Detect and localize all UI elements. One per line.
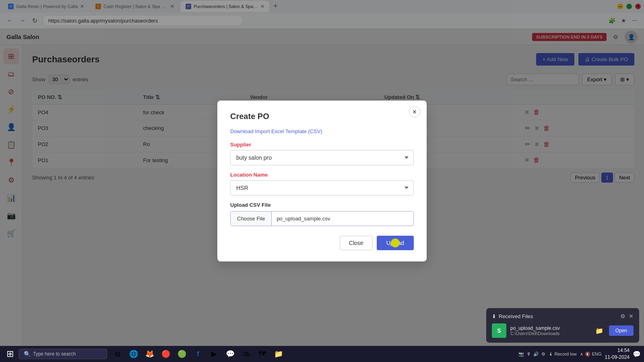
open-file-button[interactable]: Open: [609, 325, 634, 336]
file-type-icon: S: [492, 323, 506, 338]
system-tray: 📷 🎙 🔊 ⚙: [518, 352, 545, 357]
received-file-path: C:\Users\Dell\Downloads: [510, 331, 591, 336]
taskbar-icons: ⧉ 🌐 🦊 🔴 🟢 f ▶ 💬 🛍 🗺 📁: [110, 347, 286, 361]
camera-icon[interactable]: 📷: [518, 352, 524, 357]
modal-overlay: ✕ Create PO Download Import Excel Templa…: [0, 0, 644, 362]
received-file-name: po_upload_sample.csv: [510, 325, 591, 331]
taskbar-search[interactable]: 🔍 Type here to search: [19, 349, 107, 359]
weather-status: 🌡 Record low: [549, 352, 577, 356]
received-files-panel: ⬇ Received Files ⚙ ✕ S po_upload_sample.…: [486, 308, 639, 343]
volume-network: ∧ 🔇 ENG: [580, 352, 602, 357]
taskbar: ⊞ 🔍 Type here to search ⧉ 🌐 🦊 🔴 🟢 f ▶ 💬 …: [0, 346, 644, 362]
volume-icon[interactable]: 🔇: [585, 352, 590, 357]
folder-icon[interactable]: 📁: [271, 347, 286, 361]
choose-file-button[interactable]: Choose File: [231, 212, 272, 226]
taskbar-search-text: Type here to search: [33, 351, 76, 357]
edge-icon[interactable]: 🌐: [126, 347, 141, 361]
maps-icon[interactable]: 🗺: [255, 347, 270, 361]
panel-action-buttons: ⚙ ✕: [620, 313, 634, 319]
location-select[interactable]: HSR: [230, 180, 414, 195]
panel-header: ⬇ Received Files ⚙ ✕: [492, 313, 634, 319]
clock-time: 14:54: [605, 347, 630, 354]
file-input-group: Choose File po_upload_sample.csv: [230, 211, 414, 226]
weather-text: Record low: [555, 352, 577, 356]
taskview-icon[interactable]: ⧉: [110, 347, 125, 361]
modal-title: Create PO: [230, 112, 414, 121]
modal-close-button[interactable]: ✕: [409, 106, 420, 117]
file-info: po_upload_sample.csv C:\Users\Dell\Downl…: [510, 325, 591, 336]
youtube-icon[interactable]: ▶: [207, 347, 221, 361]
create-po-modal: ✕ Create PO Download Import Excel Templa…: [217, 101, 427, 261]
taskbar-right: 📷 🎙 🔊 ⚙ 🌡 Record low ∧ 🔇 ENG 14:54 11-09…: [518, 347, 641, 361]
download-icon: ⬇: [492, 313, 496, 319]
start-button[interactable]: ⊞: [3, 347, 17, 361]
download-template-link[interactable]: Download Import Excel Template (CSV): [230, 128, 414, 134]
upload-spinner: [391, 239, 400, 247]
close-modal-button[interactable]: Close: [340, 236, 373, 250]
lang-label: ENG: [592, 352, 602, 356]
clock-date: 11-09-2024: [605, 354, 630, 361]
store-icon[interactable]: 🛍: [239, 347, 254, 361]
mic-icon[interactable]: 🎙: [526, 352, 531, 356]
modal-actions: Close Upload: [230, 236, 414, 250]
skype-icon[interactable]: 💬: [223, 347, 237, 361]
chevron-up-icon[interactable]: ∧: [580, 352, 583, 357]
cortana-logo: [78, 351, 88, 357]
upload-button[interactable]: Upload: [377, 236, 414, 250]
settings-sys-icon[interactable]: ⚙: [541, 352, 545, 357]
taskbar-clock[interactable]: 14:54 11-09-2024: [605, 347, 630, 361]
received-file-item: S po_upload_sample.csv C:\Users\Dell\Dow…: [492, 323, 634, 338]
supplier-select[interactable]: buty salon pro: [230, 150, 414, 165]
weather-icon: 🌡: [549, 352, 553, 356]
notification-button[interactable]: 💬: [633, 350, 641, 358]
speaker-icon[interactable]: 🔊: [533, 352, 539, 357]
facebook-icon[interactable]: f: [191, 347, 205, 361]
supplier-label: Supplier: [230, 142, 414, 148]
upload-csv-label: Upload CSV File: [230, 202, 414, 208]
chrome-icon[interactable]: 🟢: [175, 347, 189, 361]
firefox-icon[interactable]: 🔴: [159, 347, 173, 361]
search-icon: 🔍: [24, 351, 31, 357]
panel-settings-button[interactable]: ⚙: [620, 313, 625, 319]
panel-title: ⬇ Received Files: [492, 313, 533, 319]
folder-button[interactable]: 📁: [595, 327, 603, 335]
location-label: Location Name: [230, 172, 414, 178]
panel-close-button[interactable]: ✕: [629, 313, 634, 319]
ie-icon[interactable]: 🦊: [142, 347, 157, 361]
file-name-display: po_upload_sample.csv: [272, 212, 413, 226]
